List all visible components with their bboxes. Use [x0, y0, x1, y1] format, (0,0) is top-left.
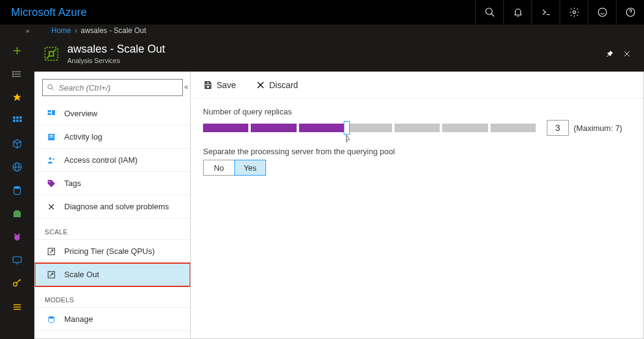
svg-point-54	[48, 316, 54, 318]
pin-icon[interactable]	[601, 45, 618, 62]
save-button[interactable]: Save	[199, 76, 240, 94]
search-icon	[46, 83, 55, 92]
menu-overview[interactable]: Overview	[35, 102, 190, 125]
svg-rect-16	[17, 116, 19, 119]
svg-point-13	[13, 76, 14, 77]
search-icon[interactable]	[475, 0, 503, 24]
svg-point-28	[15, 234, 17, 236]
breadcrumb-home[interactable]: Home	[51, 26, 71, 35]
gear-icon[interactable]	[560, 0, 588, 24]
svg-rect-56	[206, 85, 209, 88]
save-label: Save	[217, 80, 236, 90]
blade-title: awsales - Scale Out	[67, 43, 165, 56]
toggle-yes[interactable]: Yes	[234, 160, 266, 176]
menu-pricing-tier[interactable]: Pricing Tier (Scale QPUs)	[35, 240, 190, 263]
breadcrumb-current: awsales - Scale Out	[81, 26, 146, 35]
menu-tags[interactable]: Tags	[35, 172, 190, 195]
menu-section-scale: SCALE	[35, 218, 190, 240]
svg-line-40	[51, 88, 54, 91]
cloudshell-icon[interactable]	[531, 0, 560, 24]
topbar: Microsoft Azure	[0, 0, 644, 24]
rail-monitor-icon[interactable]	[0, 248, 34, 272]
cursor-icon	[343, 132, 353, 144]
close-icon[interactable]	[618, 45, 635, 62]
svg-point-47	[49, 157, 51, 160]
sidebar-menu: Overview Activity log Access control (IA…	[35, 102, 190, 338]
rail-globe-icon[interactable]	[0, 155, 34, 179]
menu-label: Manage	[64, 315, 93, 324]
menu-activity-log[interactable]: Activity log	[35, 125, 190, 149]
rail-sql-icon[interactable]	[0, 179, 34, 202]
menu-access-control[interactable]: Access control (IAM)	[35, 149, 190, 172]
feedback-icon[interactable]	[588, 0, 616, 24]
content-pane: Save Discard Number of query replicas	[191, 72, 644, 339]
svg-point-32	[13, 283, 17, 286]
svg-rect-17	[20, 116, 22, 119]
svg-point-11	[13, 72, 14, 73]
rail-animal-icon[interactable]	[0, 225, 34, 248]
rail-bars-icon[interactable]	[0, 295, 34, 318]
rail-favorites-icon[interactable]	[0, 86, 34, 109]
separate-toggle: No Yes	[203, 160, 631, 176]
rail-cube-icon[interactable]	[0, 132, 34, 155]
menu-diagnose[interactable]: Diagnose and solve problems	[35, 195, 190, 218]
toggle-no[interactable]: No	[203, 160, 235, 176]
replicas-value[interactable]: 3	[547, 120, 569, 136]
discard-button[interactable]: Discard	[252, 76, 302, 94]
azure-logo[interactable]: Microsoft Azure	[11, 6, 87, 19]
scale-up-icon	[45, 247, 58, 256]
slider-segment	[203, 124, 248, 132]
discard-icon	[256, 80, 265, 90]
menu-label: Scale Out	[64, 270, 99, 279]
menu-label: Pricing Tier (Scale QPUs)	[64, 247, 155, 256]
blade-subtitle: Analysis Services	[67, 57, 165, 64]
rail-grid-icon[interactable]	[0, 109, 34, 132]
svg-point-12	[13, 73, 14, 75]
slider-segment	[490, 124, 536, 132]
svg-rect-42	[48, 113, 51, 114]
overview-icon	[45, 109, 58, 119]
save-icon	[203, 80, 213, 90]
left-rail: »	[0, 24, 34, 339]
rail-list-icon[interactable]	[0, 62, 34, 86]
slider-segment	[347, 124, 392, 132]
rail-key-icon[interactable]	[0, 272, 34, 295]
replicas-max: (Maximum: 7)	[574, 124, 622, 133]
collapse-sidebar-icon[interactable]: «	[182, 81, 191, 92]
menu-label: Overview	[64, 109, 97, 118]
svg-rect-30	[13, 257, 21, 263]
sidebar-search[interactable]	[42, 79, 183, 96]
sidebar: « Overview Activity log	[34, 72, 191, 339]
svg-point-27	[15, 235, 20, 240]
iam-icon	[45, 155, 58, 165]
search-input[interactable]	[59, 83, 179, 92]
menu-label: Activity log	[64, 132, 102, 141]
slider-segment	[299, 124, 344, 132]
replicas-slider[interactable]	[203, 124, 538, 132]
svg-line-1	[491, 13, 494, 17]
menu-manage[interactable]: Manage	[35, 308, 190, 331]
menu-scale-out[interactable]: Scale Out	[35, 263, 190, 286]
svg-rect-45	[50, 135, 54, 135]
expand-rail-icon[interactable]: »	[0, 27, 34, 39]
rail-add-icon[interactable]	[0, 39, 34, 62]
rail-storage-icon[interactable]	[0, 202, 34, 225]
menu-label: Tags	[64, 179, 81, 188]
svg-rect-55	[206, 81, 209, 83]
svg-point-24	[14, 186, 21, 189]
slider-segment	[251, 124, 296, 132]
svg-point-29	[18, 234, 20, 236]
svg-rect-15	[13, 116, 15, 119]
svg-rect-43	[52, 110, 55, 115]
help-icon[interactable]	[616, 0, 644, 24]
replicas-label: Number of query replicas	[203, 107, 631, 116]
slider-segment	[442, 124, 487, 132]
bell-icon[interactable]	[503, 0, 531, 24]
topbar-icons	[475, 0, 644, 24]
svg-point-48	[53, 158, 54, 160]
breadcrumb: Home › awsales - Scale Out	[34, 24, 644, 37]
wrench-icon	[45, 202, 58, 212]
scale-out-icon	[45, 270, 58, 280]
svg-point-49	[49, 181, 50, 182]
svg-rect-18	[13, 120, 15, 122]
